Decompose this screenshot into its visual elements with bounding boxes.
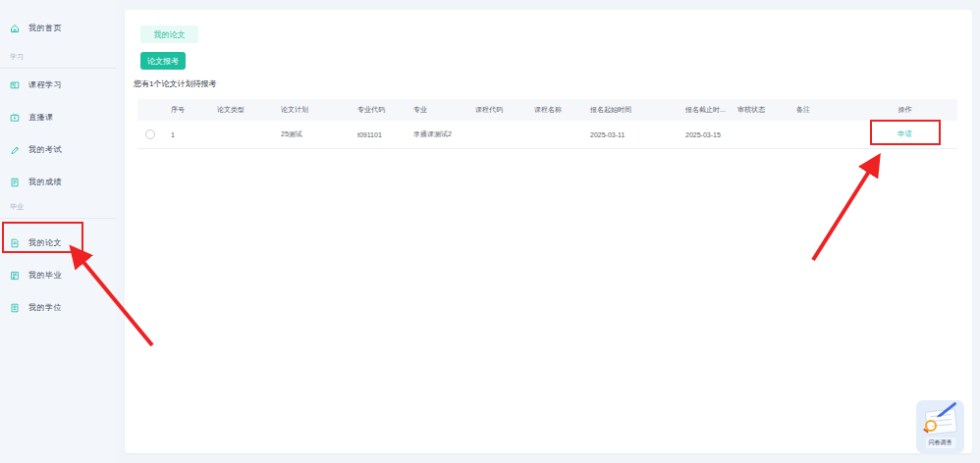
sidebar-section-study: 学习: [10, 52, 116, 62]
cell-select: [137, 129, 163, 139]
thesis-doc-icon: [10, 238, 20, 248]
cell-action: 申请: [852, 129, 957, 139]
header-cell: 专业代码: [350, 105, 406, 115]
survey-magnifier-icon: [925, 420, 937, 432]
sidebar-item-home[interactable]: 我的首页: [0, 12, 116, 44]
table-row: 1 25测试 t091101 录播课测试2 2025-03-11 2025-03…: [137, 121, 957, 149]
main-panel: 我的论文 论文报考 您有1个论文计划待报考 序号 论文类型 论文计划 专业代码 …: [125, 10, 972, 453]
sidebar-item-my-degree[interactable]: 我的学位: [0, 291, 116, 324]
cell-end-date: 2025-03-15: [678, 131, 730, 138]
cell-start-date: 2025-03-11: [582, 131, 678, 138]
cell-major-code: t091101: [350, 131, 406, 138]
header-cell: 课程代码: [467, 105, 526, 115]
sidebar-item-course-study[interactable]: 课程学习: [0, 69, 116, 101]
header-cell: 论文类型: [209, 105, 273, 115]
sidebar-item-live-class[interactable]: 直播课: [0, 101, 116, 133]
header-cell: 序号: [163, 105, 209, 115]
row-radio-button[interactable]: [145, 129, 155, 139]
graduation-doc-icon: [10, 271, 20, 281]
header-cell-action: 操作: [852, 105, 957, 115]
survey-widget[interactable]: 问卷调查: [916, 400, 964, 453]
page: 我的首页 学习 课程学习 直播课 我的考试 我的成绩: [0, 0, 980, 463]
sidebar-item-label: 我的首页: [28, 23, 62, 33]
cell-seq: 1: [163, 131, 209, 138]
sidebar-item-my-graduation[interactable]: 我的毕业: [0, 259, 116, 291]
cell-major: 录播课测试2: [406, 129, 467, 139]
header-cell: 报名起始时间: [582, 105, 678, 115]
sidebar-item-label: 课程学习: [28, 79, 62, 90]
book-icon: [10, 80, 20, 90]
notice-text: 您有1个论文计划待报考: [134, 78, 216, 89]
header-cell: 专业: [406, 105, 467, 115]
survey-label: 问卷调查: [926, 437, 955, 448]
cell-thesis-plan: 25测试: [273, 129, 350, 139]
thesis-plan-table: 序号 论文类型 论文计划 专业代码 专业 课程代码 课程名称 报名起始时间 报名…: [137, 99, 957, 149]
sidebar-section-graduation: 毕业: [10, 202, 116, 212]
sidebar-item-my-thesis[interactable]: 我的论文: [0, 227, 116, 259]
sidebar-divider: [0, 218, 116, 219]
sidebar-item-label: 我的考试: [28, 144, 62, 155]
sidebar-item-label: 我的论文: [28, 237, 62, 248]
sidebar-item-label: 我的成绩: [28, 177, 62, 187]
sidebar: 我的首页 学习 课程学习 直播课 我的考试 我的成绩: [0, 0, 116, 463]
home-icon: [10, 24, 20, 33]
apply-link[interactable]: 申请: [898, 129, 912, 139]
header-cell: 备注: [789, 105, 852, 115]
degree-cert-icon: [10, 303, 20, 313]
header-cell: 论文计划: [273, 105, 350, 115]
grades-doc-icon: [10, 178, 20, 187]
sidebar-item-my-exams[interactable]: 我的考试: [0, 133, 116, 166]
thesis-register-button[interactable]: 论文报考: [140, 52, 186, 70]
sidebar-item-label: 直播课: [28, 112, 54, 123]
tab-my-thesis[interactable]: 我的论文: [140, 26, 198, 43]
pencil-icon: [10, 145, 20, 155]
header-cell: 报名截止时...: [678, 105, 730, 115]
live-tv-icon: [10, 113, 20, 123]
table-header-row: 序号 论文类型 论文计划 专业代码 专业 课程代码 课程名称 报名起始时间 报名…: [137, 99, 957, 121]
sidebar-item-label: 我的学位: [28, 302, 62, 313]
header-cell: 审核状态: [730, 105, 789, 115]
sidebar-item-my-grades[interactable]: 我的成绩: [0, 166, 116, 198]
sidebar-item-label: 我的毕业: [28, 270, 62, 281]
header-cell: 课程名称: [526, 105, 582, 115]
